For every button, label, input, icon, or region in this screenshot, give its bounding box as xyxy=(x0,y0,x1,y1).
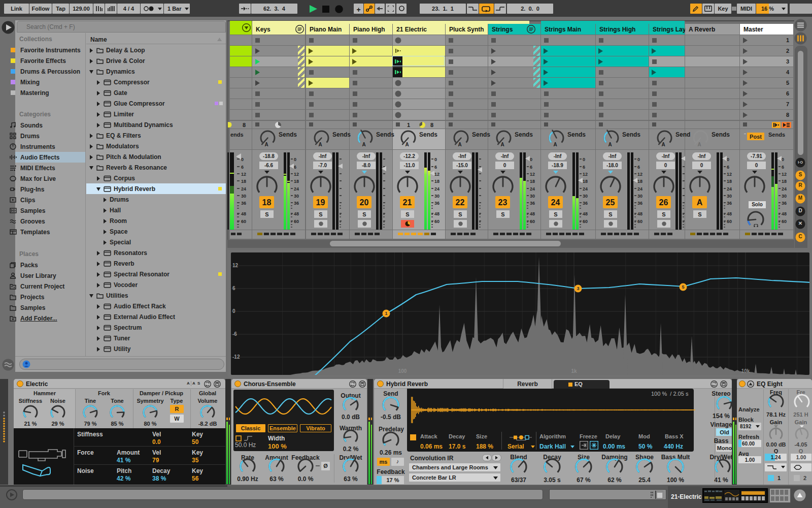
svg-text:5: 5 xyxy=(682,284,684,290)
svg-text:3: 3 xyxy=(577,286,579,291)
svg-text:1: 1 xyxy=(385,311,387,316)
